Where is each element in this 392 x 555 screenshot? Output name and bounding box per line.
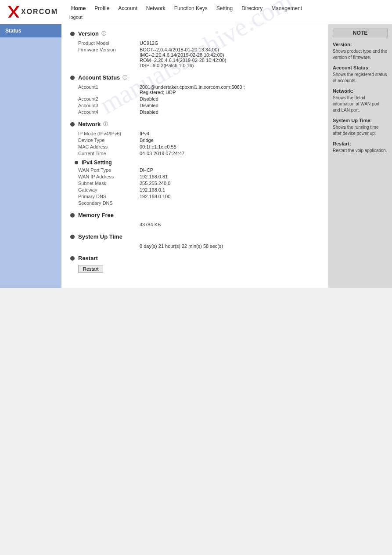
nav-management[interactable]: Management — [267, 4, 306, 13]
nav-setting[interactable]: Setting — [212, 4, 237, 13]
version-section: Version ⓘ Product Model UC912G Firmware … — [70, 30, 320, 68]
wan-ip-label: WAN IP Address — [78, 174, 140, 179]
memory-free-row: 43784 KB — [78, 222, 320, 227]
version-title: Version ⓘ — [70, 30, 320, 37]
memory-free-title: Memory Free — [70, 212, 320, 218]
memory-free-value: 43784 KB — [140, 222, 161, 227]
account-status-title: Account Status ⓘ — [70, 74, 320, 81]
memory-free-fields: 43784 KB — [78, 222, 320, 227]
note-system-up-time-title: System Up Time: — [333, 118, 388, 123]
nav-home[interactable]: Home — [67, 4, 90, 13]
note-title: NOTE — [333, 29, 388, 37]
account3-row: Account3 Disabled — [78, 103, 320, 108]
nav-account[interactable]: Account — [114, 4, 141, 13]
current-time-label: Current Time — [78, 151, 140, 156]
system-up-time-value: 0 day(s) 21 hour(s) 22 min(s) 58 sec(s) — [140, 243, 223, 249]
account-status-fields: Account1 2001@undertaker.cpbxml1.in.xorc… — [78, 84, 320, 115]
primary-dns-value: 192.168.0.100 — [140, 194, 170, 199]
svg-marker-0 — [8, 6, 19, 18]
system-up-time-row: 0 day(s) 21 hour(s) 22 min(s) 58 sec(s) — [78, 243, 320, 249]
ip-mode-row: IP Mode (IPv4/IPv6) IPv4 — [78, 131, 320, 136]
subnet-mask-label: Subnet Mask — [78, 181, 140, 186]
img-line: IMG--2.20.4.6.14(2019-02-28 10:42:00) — [140, 52, 227, 58]
wan-port-type-row: WAN Port Type DHCP — [78, 167, 320, 173]
note-version-text: Shows product type and the version of fi… — [333, 48, 388, 61]
network-info-icon[interactable]: ⓘ — [103, 121, 108, 127]
nav-network[interactable]: Network — [142, 4, 170, 13]
wan-port-type-value: DHCP — [140, 167, 153, 173]
network-fields: IP Mode (IPv4/IPv6) IPv4 Device Type Bri… — [78, 131, 320, 156]
note-network-title: Network: — [333, 88, 388, 94]
subnet-mask-value: 255.255.240.0 — [140, 181, 170, 186]
logout-row: logout — [67, 14, 306, 20]
ip-mode-label: IP Mode (IPv4/IPv6) — [78, 131, 140, 136]
wan-ip-row: WAN IP Address 192.168.0.81 — [78, 174, 320, 179]
account2-label: Account2 — [78, 96, 140, 102]
ipv4-fields: WAN Port Type DHCP WAN IP Address 192.16… — [78, 167, 320, 206]
network-title: Network ⓘ — [70, 121, 320, 127]
note-panel: NOTE Version: Shows product type and the… — [328, 24, 392, 288]
account-status-info-icon[interactable]: ⓘ — [122, 74, 127, 81]
sidebar: Status — [0, 24, 61, 288]
restart-bullet — [70, 256, 75, 261]
system-up-time-bullet — [70, 235, 75, 239]
mac-address-row: MAC Address 00:1f:c1:1c:c0:55 — [78, 144, 320, 149]
system-up-time-fields: 0 day(s) 21 hour(s) 22 min(s) 58 sec(s) — [78, 243, 320, 249]
version-bullet — [70, 32, 75, 36]
ipv4-bullet — [75, 161, 78, 164]
product-model-label: Product Model — [78, 40, 140, 46]
dsp-line: DSP--9.0.3(Patch 1.0.16) — [140, 63, 227, 68]
product-model-value: UC912G — [140, 40, 158, 46]
primary-dns-row: Primary DNS 192.168.0.100 — [78, 194, 320, 199]
account3-label: Account3 — [78, 103, 140, 108]
subnet-mask-row: Subnet Mask 255.255.240.0 — [78, 181, 320, 186]
account2-row: Account2 Disabled — [78, 96, 320, 102]
note-restart-text: Restart the voip application. — [333, 148, 388, 154]
logo-text: XORCOM — [21, 8, 58, 16]
nav-function-keys[interactable]: Function Keys — [170, 4, 212, 13]
firmware-version-value: BOOT--2.0.4.4(2018-01-20 13:34:00) IMG--… — [140, 47, 227, 68]
account4-label: Account4 — [78, 109, 140, 115]
ipv4-subsection-title: IPv4 Setting — [75, 160, 320, 166]
network-section: Network ⓘ IP Mode (IPv4/IPv6) IPv4 Devic… — [70, 121, 320, 206]
note-system-up-time-text: Shows the running time after device powe… — [333, 124, 388, 137]
note-account-status-text: Shows the registered status of accounts. — [333, 72, 388, 84]
firmware-version-row: Firmware Version BOOT--2.0.4.4(2018-01-2… — [78, 47, 320, 68]
device-type-label: Device Type — [78, 138, 140, 143]
ip-mode-value: IPv4 — [140, 131, 149, 136]
firmware-version-label: Firmware Version — [78, 47, 140, 68]
nav-directory[interactable]: Directory — [237, 4, 267, 13]
gateway-label: Gateway — [78, 187, 140, 192]
header: XORCOM Home Profile Account Network Func… — [0, 0, 392, 24]
gateway-row: Gateway 192.168.0.1 — [78, 187, 320, 192]
mac-address-value: 00:1f:c1:1c:c0:55 — [140, 144, 176, 149]
account4-row: Account4 Disabled — [78, 109, 320, 115]
version-fields: Product Model UC912G Firmware Version BO… — [78, 40, 320, 68]
nav-area: Home Profile Account Network Function Ke… — [67, 4, 306, 20]
main-content: Version ⓘ Product Model UC912G Firmware … — [61, 24, 328, 288]
nav-row: Home Profile Account Network Function Ke… — [67, 4, 306, 13]
account1-row: Account1 2001@undertaker.cpbxml1.in.xorc… — [78, 84, 320, 95]
secondary-dns-row: Secondary DNS — [78, 200, 320, 206]
note-account-status-title: Account Status: — [333, 65, 388, 70]
memory-free-section: Memory Free 43784 KB — [70, 212, 320, 227]
system-up-time-title: System Up Time — [70, 233, 320, 240]
system-up-time-section: System Up Time 0 day(s) 21 hour(s) 22 mi… — [70, 233, 320, 249]
current-time-value: 04-03-2019 07:24:47 — [140, 151, 184, 156]
sidebar-item-status[interactable]: Status — [0, 24, 61, 38]
nav-profile[interactable]: Profile — [90, 4, 114, 13]
restart-button[interactable]: Restart — [78, 265, 103, 273]
account1-value: 2001@undertaker.cpbxml1.in.xorcom.com:50… — [140, 84, 245, 95]
version-info-icon[interactable]: ⓘ — [101, 30, 106, 37]
account-status-section: Account Status ⓘ Account1 2001@undertake… — [70, 74, 320, 115]
wan-port-type-label: WAN Port Type — [78, 167, 140, 173]
boot-line: BOOT--2.0.4.4(2018-01-20 13:34:00) — [140, 47, 227, 52]
note-restart-title: Restart: — [333, 141, 388, 146]
secondary-dns-label: Secondary DNS — [78, 200, 140, 206]
wan-ip-value: 192.168.0.81 — [140, 174, 168, 179]
account-status-bullet — [70, 76, 75, 80]
restart-section: Restart Restart — [70, 255, 320, 273]
logout-link[interactable]: logout — [68, 15, 83, 20]
note-network-text: Shows the detail information of WAN port… — [333, 95, 388, 113]
note-version-title: Version: — [333, 42, 388, 47]
